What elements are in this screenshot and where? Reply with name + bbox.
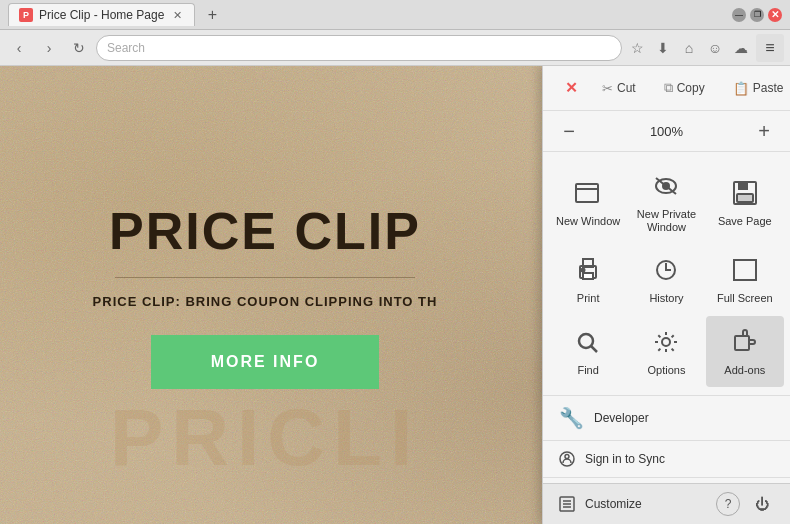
developer-icon: 🔧	[559, 406, 584, 430]
refresh-button[interactable]: ↻	[66, 35, 92, 61]
cut-icon: ✂	[602, 81, 613, 96]
bottom-row: Customize ? ⏻	[543, 483, 790, 524]
cut-button[interactable]: ✂ Cut	[592, 76, 646, 101]
help-button[interactable]: ?	[716, 492, 740, 516]
svg-point-18	[565, 454, 569, 458]
private-window-label: New Private Window	[633, 208, 699, 234]
zoom-value: 100%	[591, 124, 742, 139]
svg-point-13	[579, 334, 593, 348]
home-icon[interactable]: ⌂	[678, 37, 700, 59]
tab-title: Price Clip - Home Page	[39, 8, 164, 22]
svg-point-10	[582, 269, 585, 272]
options-item[interactable]: Options	[627, 316, 705, 387]
tab-close-button[interactable]: ✕	[170, 8, 184, 22]
svg-rect-6	[737, 194, 753, 202]
history-item[interactable]: History	[627, 244, 705, 315]
options-label: Options	[648, 364, 686, 377]
fullscreen-label: Full Screen	[717, 292, 773, 305]
save-page-item[interactable]: Save Page	[706, 160, 784, 244]
private-window-icon	[650, 170, 682, 202]
cut-label: Cut	[617, 81, 636, 95]
main-content: PRICLI PRICE CLIP PRICE CLIP: BRING COUP…	[0, 66, 790, 524]
forward-button[interactable]: ›	[36, 35, 62, 61]
new-window-item[interactable]: New Window	[549, 160, 627, 244]
hamburger-menu-button[interactable]: ≡	[756, 34, 784, 62]
more-info-button[interactable]: MORE INFO	[151, 335, 380, 389]
new-window-label: New Window	[556, 215, 620, 228]
site-title: PRICE CLIP	[109, 201, 421, 261]
browser-tab[interactable]: P Price Clip - Home Page ✕	[8, 3, 195, 26]
print-item[interactable]: Print	[549, 244, 627, 315]
copy-label: Copy	[677, 81, 705, 95]
addons-item[interactable]: Add-ons	[706, 316, 784, 387]
back-button[interactable]: ‹	[6, 35, 32, 61]
svg-rect-9	[583, 273, 593, 279]
customize-label[interactable]: Customize	[585, 497, 706, 511]
paste-icon: 📋	[733, 81, 749, 96]
svg-rect-12	[734, 260, 756, 280]
find-item[interactable]: Find	[549, 316, 627, 387]
address-bar[interactable]: Search	[96, 35, 622, 61]
find-label: Find	[577, 364, 598, 377]
addons-icon	[729, 326, 761, 358]
menu-icon-grid: New Window New Private Window	[543, 152, 790, 396]
nav-bar: ‹ › ↻ Search ☆ ⬇ ⌂ ☺ ☁ ≡	[0, 30, 790, 66]
firefox-menu: ✕ ✂ Cut ⧉ Copy 📋 Paste − 100% +	[542, 66, 790, 524]
zoom-row: − 100% +	[543, 111, 790, 152]
paste-button[interactable]: 📋 Paste	[723, 76, 790, 101]
signin-row[interactable]: Sign in to Sync	[543, 441, 790, 478]
title-bar-left: P Price Clip - Home Page ✕ +	[8, 3, 223, 26]
paste-label: Paste	[753, 81, 784, 95]
private-window-item[interactable]: New Private Window	[627, 160, 705, 244]
options-icon	[650, 326, 682, 358]
svg-rect-0	[576, 184, 598, 202]
fullscreen-item[interactable]: Full Screen	[706, 244, 784, 315]
save-page-label: Save Page	[718, 215, 772, 228]
signin-label: Sign in to Sync	[585, 452, 665, 466]
copy-icon: ⧉	[664, 80, 673, 96]
close-button[interactable]: ✕	[768, 8, 782, 22]
find-icon	[572, 326, 604, 358]
search-placeholder: Search	[107, 41, 145, 55]
power-button[interactable]: ⏻	[750, 492, 774, 516]
customize-icon	[559, 496, 575, 512]
zoom-out-button[interactable]: −	[555, 117, 583, 145]
print-label: Print	[577, 292, 600, 305]
svg-rect-16	[735, 336, 749, 350]
minimize-button[interactable]: —	[732, 8, 746, 22]
download-icon[interactable]: ⬇	[652, 37, 674, 59]
developer-label: Developer	[594, 411, 649, 425]
site-subtitle: PRICE CLIP: BRING COUPON CLIPPING INTO T…	[93, 294, 438, 309]
svg-line-14	[591, 346, 597, 352]
window-controls: — ❐ ✕	[732, 8, 782, 22]
emoji-icon[interactable]: ☺	[704, 37, 726, 59]
restore-button[interactable]: ❐	[750, 8, 764, 22]
cut-copy-paste-row: ✕ ✂ Cut ⧉ Copy 📋 Paste	[543, 66, 790, 111]
save-page-icon	[729, 177, 761, 209]
title-bar: P Price Clip - Home Page ✕ + — ❐ ✕	[0, 0, 790, 30]
history-icon	[650, 254, 682, 286]
developer-row[interactable]: 🔧 Developer	[543, 396, 790, 441]
cut-x-icon: ✕	[555, 74, 588, 102]
svg-point-15	[662, 338, 670, 346]
copy-button[interactable]: ⧉ Copy	[654, 75, 715, 101]
addons-label: Add-ons	[724, 364, 765, 377]
sync-icon[interactable]: ☁	[730, 37, 752, 59]
site-divider	[115, 277, 415, 278]
new-window-icon	[572, 177, 604, 209]
webpage-content: PRICE CLIP PRICE CLIP: BRING COUPON CLIP…	[0, 66, 530, 524]
svg-rect-5	[738, 182, 748, 190]
new-tab-button[interactable]: +	[201, 4, 223, 26]
print-icon	[572, 254, 604, 286]
zoom-in-button[interactable]: +	[750, 117, 778, 145]
history-label: History	[649, 292, 683, 305]
tab-favicon: P	[19, 8, 33, 22]
bookmark-icon[interactable]: ☆	[626, 37, 648, 59]
signin-icon	[559, 451, 575, 467]
fullscreen-icon	[729, 254, 761, 286]
